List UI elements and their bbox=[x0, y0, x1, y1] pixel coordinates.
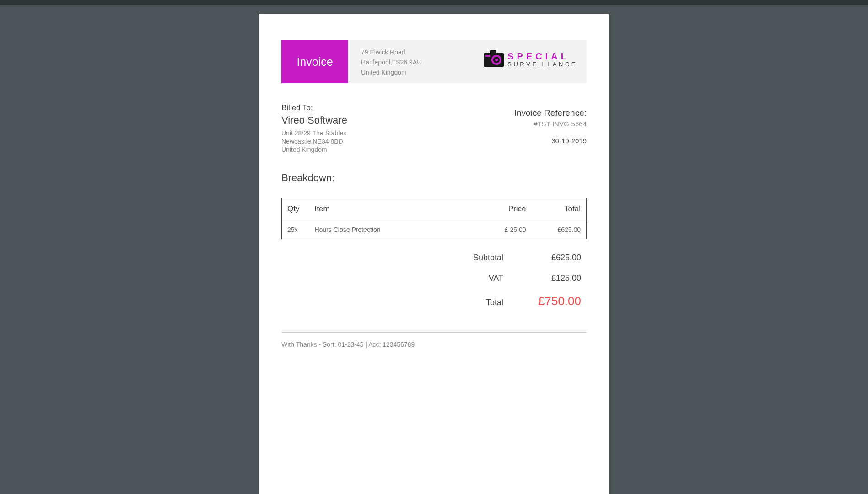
subtotal-value: £625.00 bbox=[531, 253, 581, 263]
billed-to-address-line: United Kingdom bbox=[281, 145, 347, 154]
company-address-line: United Kingdom bbox=[361, 67, 421, 77]
table-row: 25x Hours Close Protection £ 25.00 £625.… bbox=[282, 220, 587, 239]
vat-label: VAT bbox=[467, 274, 503, 283]
billed-to-address-line: Unit 28/29 The Stables bbox=[281, 129, 347, 137]
total-label: Total bbox=[467, 298, 503, 307]
svg-point-5 bbox=[495, 59, 498, 61]
col-header-total: Total bbox=[532, 198, 587, 220]
invoice-reference-label: Invoice Reference: bbox=[514, 108, 587, 118]
invoice-reference-block: Invoice Reference: #TST-INVG-5564 30-10-… bbox=[514, 103, 587, 145]
company-address-line: Hartlepool,TS26 9AU bbox=[361, 57, 421, 67]
invoice-badge: Invoice bbox=[281, 40, 348, 83]
billed-to-address-line: Newcastle,NE34 8BD bbox=[281, 137, 347, 145]
cell-total: £625.00 bbox=[532, 220, 587, 239]
invoice-date: 30-10-2019 bbox=[514, 137, 587, 145]
billed-to-name: Vireo Software bbox=[281, 114, 347, 126]
billed-to-label: Billed To: bbox=[281, 103, 347, 113]
subtotal-label: Subtotal bbox=[467, 253, 503, 263]
cell-item: Hours Close Protection bbox=[309, 220, 477, 239]
company-address: 79 Elwick Road Hartlepool,TS26 9AU Unite… bbox=[348, 40, 421, 83]
company-address-line: 79 Elwick Road bbox=[361, 47, 421, 57]
col-header-price: Price bbox=[477, 198, 532, 220]
cell-qty: 25x bbox=[282, 220, 309, 239]
brand-logo: SPECIAL SURVEILLANCE bbox=[484, 50, 577, 69]
footer-text: With Thanks - Sort: 01-23-45 | Acc: 1234… bbox=[259, 341, 609, 348]
col-header-qty: Qty bbox=[282, 198, 309, 220]
totals-block: Subtotal £625.00 VAT £125.00 Total £750.… bbox=[281, 247, 587, 314]
vat-value: £125.00 bbox=[531, 274, 581, 283]
billed-to-block: Billed To: Vireo Software Unit 28/29 The… bbox=[281, 103, 347, 154]
brand-text: SPECIAL SURVEILLANCE bbox=[507, 52, 577, 68]
brand-line1: SPECIAL bbox=[507, 52, 577, 61]
divider bbox=[281, 332, 587, 333]
invoice-page: Invoice 79 Elwick Road Hartlepool,TS26 9… bbox=[259, 14, 609, 494]
svg-rect-2 bbox=[485, 55, 490, 57]
brand-line2: SURVEILLANCE bbox=[507, 61, 577, 68]
invoice-reference-number: #TST-INVG-5564 bbox=[514, 120, 587, 128]
top-chrome-bar bbox=[0, 0, 868, 5]
col-header-item: Item bbox=[309, 198, 477, 220]
breakdown-title: Breakdown: bbox=[281, 172, 587, 184]
header-band: Invoice 79 Elwick Road Hartlepool,TS26 9… bbox=[281, 40, 587, 83]
svg-rect-0 bbox=[490, 50, 496, 53]
breakdown-table: Qty Item Price Total 25x Hours Close Pro… bbox=[281, 198, 587, 239]
cell-price: £ 25.00 bbox=[477, 220, 532, 239]
camera-icon bbox=[484, 50, 504, 69]
total-value: £750.00 bbox=[531, 294, 581, 308]
